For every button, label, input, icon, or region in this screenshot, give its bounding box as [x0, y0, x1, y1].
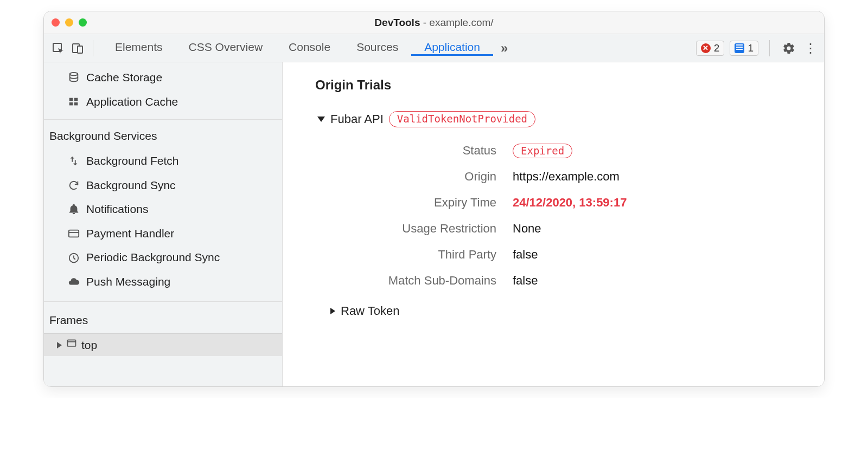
- sidebar-label: Periodic Background Sync: [86, 249, 220, 267]
- frames-title: Frames: [44, 307, 282, 333]
- swap-vert-icon: [68, 155, 80, 167]
- grid-icon: [68, 96, 80, 108]
- title-url: example.com/: [429, 17, 493, 28]
- tabs-overflow-icon[interactable]: »: [493, 41, 515, 56]
- kebab-menu-icon[interactable]: ⋮: [802, 40, 819, 56]
- expiry-value: 24/12/2020, 13:59:17: [513, 196, 808, 210]
- cache-group: Cache Storage Application Cache: [44, 62, 282, 120]
- frame-top-row[interactable]: top: [44, 333, 282, 356]
- sidebar-item-background-sync[interactable]: Background Sync: [44, 173, 282, 198]
- tab-sources[interactable]: Sources: [343, 41, 411, 56]
- sidebar-label: Background Fetch: [86, 152, 178, 170]
- settings-gear-icon[interactable]: [781, 40, 797, 56]
- window-title: DevTools - example.com/: [374, 17, 493, 29]
- inspect-element-icon[interactable]: [48, 42, 68, 55]
- window-icon: [66, 338, 77, 352]
- sidebar-item-payment-handler[interactable]: Payment Handler: [44, 222, 282, 246]
- sidebar-label: Push Messaging: [86, 273, 170, 291]
- sidebar-label: Notifications: [86, 201, 148, 218]
- usage-label: Usage Restriction: [334, 222, 496, 236]
- frame-top-label: top: [81, 339, 97, 352]
- status-value: Expired: [513, 144, 808, 158]
- zoom-window-dot[interactable]: [79, 18, 87, 27]
- svg-rect-6: [69, 102, 73, 106]
- chevron-down-icon: [317, 117, 325, 122]
- chevron-right-icon: [330, 308, 335, 314]
- tab-console[interactable]: Console: [276, 41, 343, 56]
- devtools-window: DevTools - example.com/ Elements CSS Ove…: [43, 11, 825, 387]
- tab-css-overview[interactable]: CSS Overview: [176, 41, 276, 56]
- panel-heading: Origin Trials: [315, 77, 808, 93]
- tab-application[interactable]: Application: [411, 41, 493, 56]
- bg-services-title: Background Services: [44, 123, 282, 149]
- minimize-window-dot[interactable]: [65, 18, 73, 27]
- toolbar-right: ✕ 2 1 ⋮: [696, 34, 820, 62]
- toolbar-divider: [93, 40, 93, 56]
- svg-rect-8: [69, 230, 79, 237]
- status-label: Status: [334, 144, 496, 158]
- close-window-dot[interactable]: [52, 18, 60, 27]
- third-party-value: false: [513, 248, 808, 262]
- sidebar-label: Payment Handler: [86, 225, 174, 243]
- application-sidebar: Cache Storage Application Cache Backgrou…: [44, 62, 283, 386]
- raw-token-row[interactable]: Raw Token: [330, 304, 808, 318]
- frames-group: Frames top: [44, 302, 282, 356]
- sidebar-item-cache-storage[interactable]: Cache Storage: [44, 66, 282, 90]
- sidebar-item-application-cache[interactable]: Application Cache: [44, 90, 282, 114]
- toolbar-left: Elements CSS Overview Console Sources Ap…: [48, 34, 515, 62]
- cloud-icon: [68, 276, 80, 288]
- devtools-toolbar: Elements CSS Overview Console Sources Ap…: [44, 34, 824, 62]
- origin-value: https://example.com: [513, 170, 808, 184]
- sidebar-label: Application Cache: [86, 93, 178, 111]
- errors-count: 2: [714, 42, 720, 54]
- sidebar-label: Background Sync: [86, 177, 176, 195]
- origin-label: Origin: [334, 170, 496, 184]
- svg-rect-5: [74, 98, 78, 101]
- sidebar-item-notifications[interactable]: Notifications: [44, 197, 282, 222]
- title-app: DevTools: [374, 17, 420, 28]
- sidebar-item-periodic-bg-sync[interactable]: Periodic Background Sync: [44, 245, 282, 270]
- trial-name: Fubar API: [330, 112, 384, 126]
- svg-rect-7: [74, 102, 78, 106]
- sidebar-label: Cache Storage: [86, 69, 162, 87]
- raw-token-label: Raw Token: [341, 304, 399, 318]
- toolbar-divider-right: [769, 40, 770, 56]
- panel-tabs: Elements CSS Overview Console Sources Ap…: [102, 41, 515, 56]
- card-icon: [68, 228, 80, 240]
- titlebar: DevTools - example.com/: [44, 11, 824, 34]
- origin-trials-panel: Origin Trials Fubar API ValidTokenNotPro…: [283, 62, 824, 386]
- match-subdomains-value: false: [513, 274, 808, 288]
- third-party-label: Third Party: [334, 248, 496, 262]
- bell-icon: [68, 203, 80, 215]
- valid-token-pill: ValidTokenNotProvided: [389, 111, 535, 127]
- svg-rect-11: [68, 340, 76, 347]
- clock-icon: [68, 252, 80, 264]
- match-subdomains-label: Match Sub-Domains: [334, 274, 496, 288]
- status-pill: Expired: [513, 144, 572, 158]
- expiry-label: Expiry Time: [334, 196, 496, 210]
- devtools-body: Cache Storage Application Cache Backgrou…: [44, 62, 824, 386]
- svg-point-3: [70, 73, 78, 76]
- trial-row[interactable]: Fubar API ValidTokenNotProvided: [315, 111, 808, 127]
- sidebar-item-push-messaging[interactable]: Push Messaging: [44, 270, 282, 294]
- message-icon: [735, 43, 744, 53]
- error-icon: ✕: [701, 43, 711, 53]
- window-traffic-lights: [52, 18, 87, 27]
- messages-count: 1: [748, 42, 754, 54]
- sync-icon: [68, 179, 80, 191]
- svg-rect-2: [78, 46, 82, 53]
- sidebar-item-background-fetch[interactable]: Background Fetch: [44, 149, 282, 173]
- errors-badge[interactable]: ✕ 2: [696, 41, 725, 56]
- chevron-right-icon: [57, 342, 62, 348]
- bg-services-group: Background Services Background Fetch Bac…: [44, 120, 282, 302]
- tab-elements[interactable]: Elements: [102, 41, 176, 56]
- svg-rect-4: [69, 98, 73, 101]
- db-stack-icon: [68, 72, 80, 83]
- title-separator: -: [420, 17, 429, 28]
- messages-badge[interactable]: 1: [730, 41, 758, 56]
- usage-value: None: [513, 222, 808, 236]
- trial-details: Status Expired Origin https://example.co…: [334, 144, 808, 288]
- device-toggle-icon[interactable]: [68, 42, 87, 55]
